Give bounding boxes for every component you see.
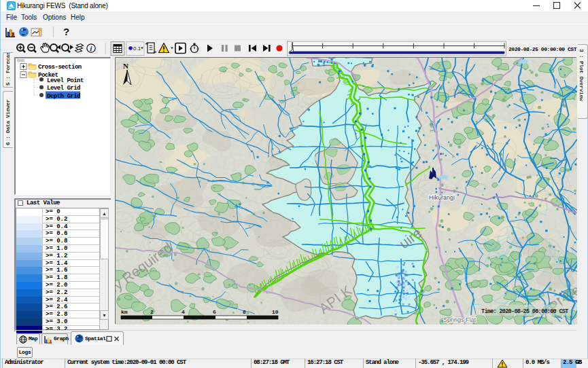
svg-text:i: i (90, 45, 92, 52)
svg-text:Level Point: Level Point (47, 77, 84, 84)
svg-text:4: 4 (181, 309, 185, 315)
svg-text:3 : Plot Overview: 3 : Plot Overview (578, 49, 585, 101)
svg-text:Cross-section: Cross-section (38, 64, 82, 71)
svg-text:?: ? (63, 26, 69, 37)
svg-text:Level Grid: Level Grid (47, 85, 80, 92)
svg-text:0.1: 0.1 (133, 45, 141, 52)
svg-text:5 : Forecast: 5 : Forecast (5, 53, 11, 86)
svg-text:6 : Data Viewer: 6 : Data Viewer (5, 99, 11, 145)
svg-text:Hikurangi: Hikurangi (429, 194, 455, 201)
svg-text:8: 8 (243, 309, 246, 315)
svg-text:10: 10 (272, 309, 279, 315)
svg-text:SH 1: SH 1 (429, 120, 435, 132)
svg-text:Depth Grid: Depth Grid (47, 93, 80, 100)
svg-text:Time: 2020-08-25 00:00:00 CST: Time: 2020-08-25 00:00:00 CST (481, 308, 568, 315)
svg-text:Springs Flat: Springs Flat (443, 316, 477, 323)
svg-text:2: 2 (150, 309, 154, 315)
svg-text:6: 6 (213, 309, 216, 315)
svg-text:N: N (123, 62, 128, 70)
svg-text:2020-08-25 00:00:00 CST: 2020-08-25 00:00:00 CST (508, 46, 577, 52)
svg-text:km: km (121, 309, 128, 315)
